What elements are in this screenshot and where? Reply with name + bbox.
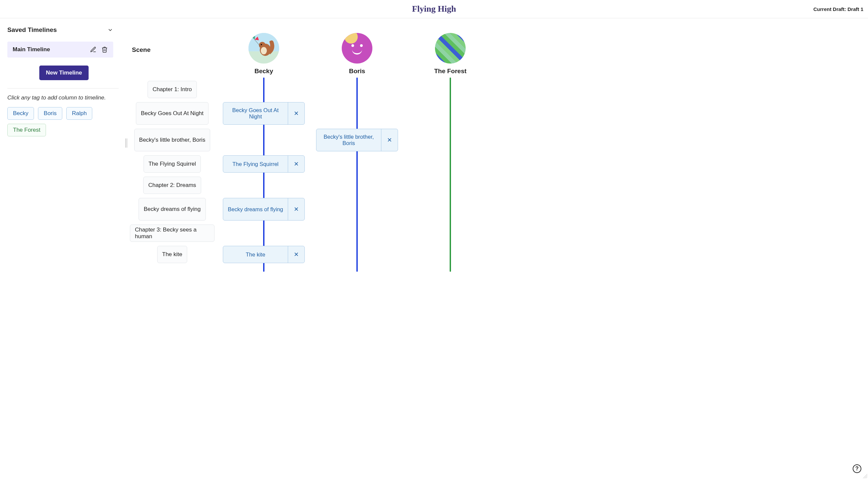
entity-row-slot <box>313 102 401 125</box>
avatar-forest <box>435 33 466 64</box>
entity-row-slot <box>313 198 401 220</box>
entity-row-slot <box>220 81 308 98</box>
help-button[interactable]: ? <box>853 465 861 473</box>
entity-row-slot <box>313 81 401 98</box>
scene-card[interactable]: Becky's little brother, Boris <box>134 129 211 151</box>
scene-row-slot: Becky's little brother, Boris <box>130 129 215 151</box>
entity-card-label: The Flying Squirrel <box>223 156 288 172</box>
entity-card[interactable]: The Flying Squirrel✕ <box>223 155 305 173</box>
entity-row-slot: The kite✕ <box>220 246 308 263</box>
entity-card-label: The kite <box>223 246 288 263</box>
tag-hint: Click any tag to add column to timeline. <box>7 95 121 101</box>
entity-card[interactable]: Becky Goes Out At Night✕ <box>223 102 305 125</box>
scene-row-slot: Becky dreams of flying <box>130 198 215 220</box>
entity-row-slot <box>406 198 494 220</box>
scene-row-slot: Chapter 2: Dreams <box>130 177 215 194</box>
scene-card[interactable]: The kite <box>157 246 187 263</box>
entity-column-boris: Boris Becky's little brother, Boris✕ <box>313 25 401 263</box>
close-icon[interactable]: ✕ <box>381 129 398 151</box>
entity-row-slot <box>313 225 401 242</box>
entity-column-forest: The Forest <box>406 25 494 263</box>
close-icon[interactable]: ✕ <box>288 246 304 263</box>
entity-row-slot: Becky's little brother, Boris✕ <box>313 129 401 151</box>
scene-card[interactable]: Chapter 2: Dreams <box>143 177 201 194</box>
entity-row-slot <box>406 129 494 151</box>
header: Flying High Current Draft: Draft 1 <box>0 0 868 18</box>
entity-row-slot <box>406 246 494 263</box>
entity-row-slot: Becky Goes Out At Night✕ <box>220 102 308 125</box>
entity-row-slot: Becky dreams of flying✕ <box>220 198 308 220</box>
entity-row-slot <box>406 102 494 125</box>
sidebar: Saved Timelines Main Timeline New Timeli… <box>0 18 123 479</box>
entity-column-title: The Forest <box>434 68 466 75</box>
scene-row-slot: The kite <box>130 246 215 263</box>
saved-timelines-header[interactable]: Saved Timelines <box>7 26 121 34</box>
tag-ralph[interactable]: Ralph <box>66 107 92 120</box>
scene-row-slot: The Flying Squirrel <box>130 155 215 173</box>
timeline-grid: Scene Chapter 1: IntroBecky Goes Out At … <box>123 18 868 479</box>
close-icon[interactable]: ✕ <box>288 198 304 220</box>
entity-card-label: Becky Goes Out At Night <box>223 102 288 125</box>
entity-row-slot <box>406 225 494 242</box>
scene-column: Scene Chapter 1: IntroBecky Goes Out At … <box>130 25 215 263</box>
close-icon[interactable]: ✕ <box>288 102 304 125</box>
current-draft-label: Current Draft: Draft 1 <box>813 6 863 12</box>
entity-row-slot <box>220 129 308 151</box>
resize-corner-icon <box>863 474 867 478</box>
entity-card[interactable]: Becky's little brother, Boris✕ <box>316 129 398 151</box>
entity-card-label: Becky dreams of flying <box>223 198 288 220</box>
entity-row-slot <box>406 81 494 98</box>
scene-card[interactable]: The Flying Squirrel <box>144 155 201 173</box>
entity-row-slot <box>220 177 308 194</box>
entity-column-becky: Becky Becky Goes Out At Night✕The Flying… <box>220 25 308 263</box>
scene-card[interactable]: Chapter 3: Becky sees a human <box>130 225 215 242</box>
tag-becky[interactable]: Becky <box>7 107 34 120</box>
edit-icon[interactable] <box>90 46 97 53</box>
entity-row-slot <box>313 177 401 194</box>
scene-card[interactable]: Becky Goes Out At Night <box>136 102 209 125</box>
svg-point-5 <box>261 44 262 45</box>
scene-column-title: Scene <box>132 46 151 54</box>
entity-column-title: Becky <box>254 68 273 75</box>
scene-row-slot: Chapter 3: Becky sees a human <box>130 225 215 242</box>
timeline-name: Main Timeline <box>13 46 85 53</box>
entity-card-label: Becky's little brother, Boris <box>316 129 381 151</box>
svg-point-4 <box>261 47 267 54</box>
tag-list: Becky Boris Ralph The Forest <box>7 107 121 136</box>
close-icon[interactable]: ✕ <box>288 156 304 172</box>
scene-row-slot: Becky Goes Out At Night <box>130 102 215 125</box>
entity-row-slot <box>313 246 401 263</box>
avatar-becky <box>248 33 279 64</box>
main: Saved Timelines Main Timeline New Timeli… <box>0 18 868 479</box>
timeline-list-item[interactable]: Main Timeline <box>7 42 113 58</box>
entity-row-slot <box>406 155 494 173</box>
entity-row-slot <box>220 225 308 242</box>
page-title: Flying High <box>412 4 456 14</box>
entity-row-slot <box>406 177 494 194</box>
entity-column-title: Boris <box>349 68 365 75</box>
saved-timelines-title: Saved Timelines <box>7 26 57 34</box>
entity-row-slot: The Flying Squirrel✕ <box>220 155 308 173</box>
entity-card[interactable]: Becky dreams of flying✕ <box>223 198 305 220</box>
entity-row-slot <box>313 155 401 173</box>
entity-card[interactable]: The kite✕ <box>223 246 305 263</box>
tag-the-forest[interactable]: The Forest <box>7 124 46 136</box>
chevron-down-icon <box>107 27 113 33</box>
scene-card[interactable]: Chapter 1: Intro <box>148 81 197 98</box>
trash-icon[interactable] <box>101 46 108 53</box>
divider <box>7 88 119 89</box>
drag-handle-icon[interactable] <box>125 138 128 148</box>
scene-row-slot: Chapter 1: Intro <box>130 81 215 98</box>
scene-card[interactable]: Becky dreams of flying <box>138 198 206 220</box>
new-timeline-button[interactable]: New Timeline <box>39 66 89 80</box>
tag-boris[interactable]: Boris <box>38 107 62 120</box>
avatar-boris <box>342 33 372 64</box>
